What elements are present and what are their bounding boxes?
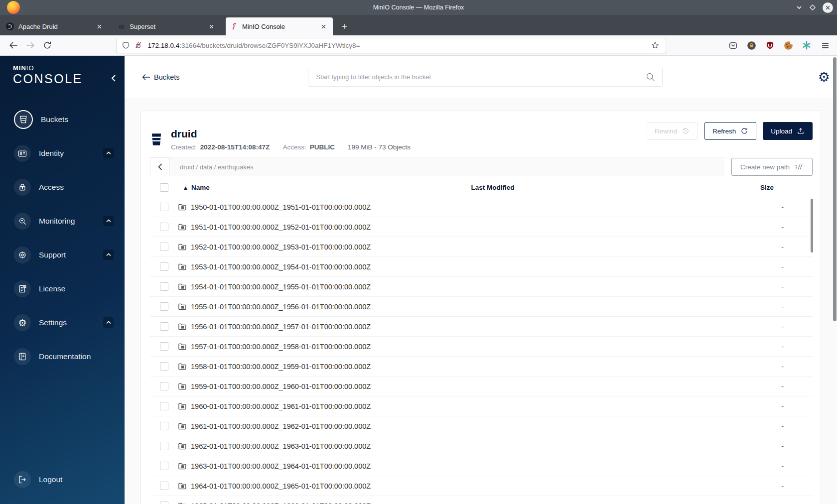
upload-button[interactable]: Upload (763, 122, 813, 140)
create-new-path-button[interactable]: Create new path (731, 158, 813, 176)
object-row[interactable]: 1953-01-01T00:00:00.000Z_1954-01-01T00:0… (150, 257, 813, 277)
row-checkbox[interactable] (160, 243, 168, 251)
tab-close-icon[interactable] (318, 21, 328, 31)
object-row[interactable]: 1955-01-01T00:00:00.000Z_1956-01-01T00:0… (150, 297, 813, 317)
chevron-up-icon[interactable] (103, 216, 114, 226)
row-checkbox[interactable] (160, 342, 168, 351)
object-size: - (597, 422, 813, 430)
breadcrumb[interactable]: druid / data / earthquakes (170, 157, 724, 176)
folder-file-icon (178, 323, 187, 331)
sort-ascending-icon: ▲ (184, 185, 187, 190)
object-size: - (597, 502, 813, 504)
hamburger-menu-icon[interactable] (818, 38, 832, 52)
row-checkbox[interactable] (160, 223, 168, 231)
sidebar-item-identity[interactable]: Identity (14, 143, 114, 163)
bucket-name: druid (171, 128, 411, 140)
sidebar-item-support[interactable]: Support (14, 245, 114, 265)
window-close-button[interactable] (823, 2, 833, 13)
row-checkbox[interactable] (160, 362, 168, 371)
object-size: - (597, 482, 813, 490)
row-checkbox[interactable] (160, 502, 168, 504)
tab-minio-console[interactable]: MinIO Console (226, 17, 333, 35)
column-header-name[interactable]: ▲ Name (178, 184, 388, 191)
page-scrollbar-thumb[interactable] (833, 57, 837, 321)
object-row[interactable]: 1950-01-01T00:00:00.000Z_1951-01-01T00:0… (150, 197, 813, 217)
sidebar-item-settings[interactable]: ⚙ Settings (14, 313, 114, 333)
select-all-checkbox[interactable] (160, 183, 168, 192)
row-checkbox[interactable] (160, 382, 168, 390)
object-row[interactable]: 1964-01-01T00:00:00.000Z_1965-01-01T00:0… (150, 476, 813, 496)
object-size: - (597, 343, 813, 351)
object-row[interactable]: 1952-01-01T00:00:00.000Z_1953-01-01T00:0… (150, 237, 813, 257)
object-row[interactable]: 1956-01-01T00:00:00.000Z_1957-01-01T00:0… (150, 317, 813, 337)
object-row[interactable]: 1965-01-01T00:00:00.000Z_1966-01-01T00:0… (150, 496, 813, 504)
row-checkbox[interactable] (160, 462, 168, 470)
back-button[interactable] (5, 38, 22, 53)
colorful-asterisk-extension-icon[interactable] (800, 38, 814, 52)
object-row[interactable]: 1957-01-01T00:00:00.000Z_1958-01-01T00:0… (150, 337, 813, 357)
object-row[interactable]: 1960-01-01T00:00:00.000Z_1961-01-01T00:0… (150, 396, 813, 416)
row-checkbox[interactable] (160, 282, 168, 291)
back-to-buckets-link[interactable]: Buckets (142, 73, 180, 81)
sidebar-collapse-chevron[interactable] (111, 74, 117, 83)
row-checkbox[interactable] (160, 203, 168, 211)
chevron-up-icon[interactable] (103, 317, 114, 328)
table-header-row: ▲ Name Last Modified Size (150, 178, 813, 197)
refresh-label: Refresh (712, 127, 736, 135)
window-maximize-button[interactable] (809, 4, 816, 11)
support-icon (14, 247, 31, 263)
forward-button[interactable] (22, 38, 39, 53)
row-checkbox[interactable] (160, 442, 168, 450)
sidebar-item-license[interactable]: License (14, 279, 114, 299)
url-bar[interactable]: 172.18.0.4:31664/buckets/druid/browse/ZG… (116, 38, 666, 53)
sidebar-item-logout[interactable]: Logout (14, 470, 114, 490)
object-row[interactable]: 1958-01-01T00:00:00.000Z_1959-01-01T00:0… (150, 357, 813, 377)
privacy-extension-icon[interactable] (744, 38, 758, 52)
row-checkbox[interactable] (160, 262, 168, 271)
insecure-lock-icon[interactable] (134, 41, 142, 50)
sidebar-item-documentation[interactable]: Documentation (14, 347, 114, 367)
sidebar-item-label: Buckets (41, 115, 68, 124)
tracking-protection-shield-icon[interactable] (122, 41, 130, 50)
folder-file-icon (178, 303, 187, 311)
row-checkbox[interactable] (160, 422, 168, 430)
chevron-up-icon[interactable] (103, 250, 114, 260)
create-path-label: Create new path (740, 163, 790, 171)
reload-button[interactable] (39, 38, 56, 53)
object-row[interactable]: 1954-01-01T00:00:00.000Z_1955-01-01T00:0… (150, 277, 813, 297)
object-row[interactable]: 1961-01-01T00:00:00.000Z_1962-01-01T00:0… (150, 416, 813, 436)
filter-objects-input[interactable] (308, 68, 663, 87)
row-checkbox[interactable] (160, 482, 168, 490)
refresh-button[interactable]: Refresh (704, 122, 756, 140)
firefox-logo-icon (7, 1, 20, 14)
object-row[interactable]: 1951-01-01T00:00:00.000Z_1952-01-01T00:0… (150, 217, 813, 237)
object-row[interactable]: 1959-01-01T00:00:00.000Z_1960-01-01T00:0… (150, 377, 813, 396)
tab-superset[interactable]: ∞ Superset (114, 17, 221, 35)
chevron-up-icon[interactable] (103, 148, 114, 158)
sidebar-item-buckets[interactable]: Buckets (14, 110, 114, 129)
new-tab-button[interactable] (338, 20, 351, 33)
sidebar-item-monitoring[interactable]: Monitoring (14, 211, 114, 231)
folder-file-icon (178, 422, 187, 430)
row-checkbox[interactable] (160, 322, 168, 331)
settings-gear-icon[interactable]: ⚙ (818, 70, 830, 84)
object-row[interactable]: 1962-01-01T00:00:00.000Z_1963-01-01T00:0… (150, 436, 813, 456)
bookmark-star-icon[interactable] (651, 41, 660, 50)
tab-close-icon[interactable] (206, 21, 216, 31)
tab-close-icon[interactable] (94, 21, 104, 31)
rewind-button[interactable]: Rewind (647, 122, 698, 140)
sidebar-item-access[interactable]: Access (14, 177, 114, 197)
tab-apache-druid[interactable]: Apache Druid (1, 17, 109, 35)
object-size: - (597, 303, 813, 311)
cookie-extension-icon[interactable] (781, 38, 795, 52)
path-back-button[interactable] (150, 157, 170, 176)
folder-file-icon (178, 223, 187, 231)
pocket-icon[interactable] (726, 38, 740, 52)
object-row[interactable]: 1963-01-01T00:00:00.000Z_1964-01-01T00:0… (150, 456, 813, 476)
window-minimize-button[interactable] (796, 4, 803, 11)
table-scrollbar-thumb[interactable] (811, 199, 813, 252)
row-checkbox[interactable] (160, 302, 168, 311)
folder-file-icon (178, 283, 187, 291)
ublock-origin-icon[interactable] (763, 38, 777, 52)
row-checkbox[interactable] (160, 402, 168, 410)
